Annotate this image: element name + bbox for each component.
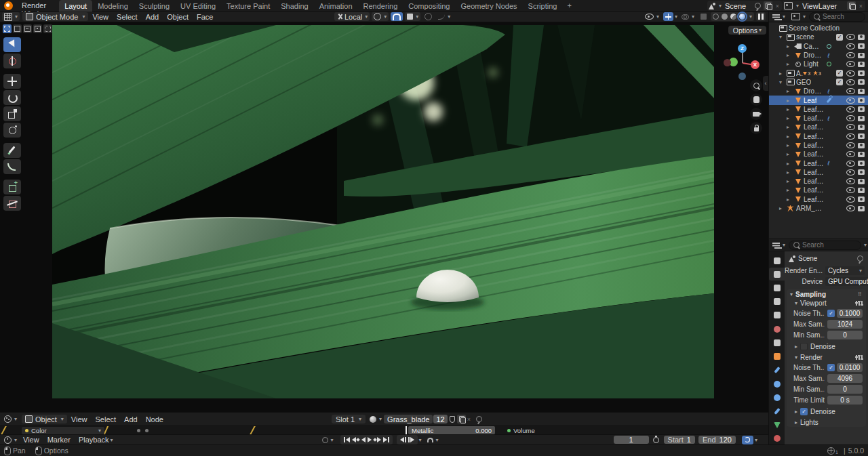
copy-scene-button[interactable] [764,1,772,10]
browse-material-button[interactable]: ▾ [368,415,384,423]
disclosure-arrow-icon[interactable]: ▸ [787,88,793,94]
hook-modifier-icon[interactable]: ℓ [828,52,830,59]
render-visibility-icon[interactable] [858,106,865,112]
tool-add-cube[interactable] [3,180,21,194]
shader-menu-add[interactable]: Add [120,415,142,423]
workspace-tab-shading[interactable]: Shading [275,0,313,12]
time-limit-value[interactable]: 0 s [827,396,863,405]
x-axis-ball[interactable]: X [751,60,760,69]
visibility-eye-icon[interactable] [846,115,855,121]
solid-shading-button[interactable] [722,14,728,20]
outliner-row-scene[interactable]: ▾scene✓ [769,33,868,41]
copy-material-button[interactable] [457,415,466,423]
properties-tab-constraints[interactable] [769,405,785,417]
render-visibility-icon[interactable] [858,196,865,202]
shader-editor-type[interactable]: ▾ [2,415,19,423]
material-name-field[interactable]: Grass_blade [384,415,433,423]
snap-target-dropdown[interactable]: ▾ [405,12,420,21]
orientation-dropdown[interactable]: Local ▾ [334,12,370,21]
viewport-menu-select[interactable]: Select [113,13,142,21]
keying-set[interactable]: ▾ [427,437,439,443]
render-noise-checkbox[interactable]: ✓ [827,364,835,371]
outliner-row-scene collection[interactable]: Scene Collection [769,24,868,33]
wireframe-shading-button[interactable] [713,14,719,20]
properties-tab-world[interactable] [769,323,785,335]
playback-sync-button[interactable] [742,436,753,444]
overlays-toggle[interactable]: ▾ [679,12,696,21]
prev-keyframe-button[interactable] [352,437,359,442]
select-mode-extend[interactable] [13,24,22,33]
gizmos-toggle[interactable] [663,12,673,21]
viewport-menu-add[interactable]: Add [142,13,163,21]
collection-checkbox[interactable]: ✓ [836,70,843,77]
tool-annotate[interactable] [3,143,21,158]
outliner-row-leaf_b-003[interactable]: ▸Leaf_B.003 [769,141,868,150]
outliner-row-leaf_c-004[interactable]: ▸Leaf_C.004 [769,195,868,204]
disclosure-arrow-icon[interactable]: ▸ [787,187,793,193]
stopwatch-icon[interactable] [653,437,659,443]
outliner-row-leaf_c-002[interactable]: ▸Leaf_C.002 [769,177,868,186]
noise-threshold-checkbox[interactable]: ✓ [827,310,835,317]
outliner-row-leaf-003[interactable]: ▸Leaf.003 [769,105,868,114]
visibility-eye-icon[interactable] [846,70,855,77]
tool-cube-cut[interactable] [3,196,21,211]
sidebar-toggle[interactable]: ‹ [763,76,768,91]
viewlayer-name[interactable]: ViewLayer [801,2,845,10]
viewport-menu-face[interactable]: Face [193,13,217,21]
outliner-row-leaf_b-002[interactable]: ▸Leaf_B.002 [769,132,868,141]
render-visibility-icon[interactable] [858,79,865,85]
preset-icon[interactable] [855,300,863,306]
disclosure-arrow-icon[interactable]: ▸ [787,61,793,67]
color-node-fragment[interactable]: Color ▾ [22,427,104,434]
network-icon[interactable] [827,447,835,455]
pin-icon[interactable] [476,416,482,422]
visibility-eye-icon[interactable] [846,142,855,148]
outliner-filter-dropdown[interactable]: ▾ [789,12,808,21]
outliner-search-input[interactable] [823,13,861,20]
visibility-dropdown[interactable]: ▾ [643,12,661,21]
tool-transform[interactable] [3,123,21,138]
collection-checkbox[interactable]: ✓ [836,79,843,85]
select-mode-set[interactable] [3,24,12,33]
max-samples-value[interactable]: 1024 [827,320,863,329]
render-visibility-icon[interactable] [858,53,865,58]
workspace-tab-modeling[interactable]: Modeling [92,0,134,12]
properties-tab-view-layer[interactable] [769,295,785,308]
outliner-row-arm_droplet[interactable]: ▸ARM_droplet [769,204,868,213]
render-visibility-icon[interactable] [858,35,865,40]
close-icon[interactable]: × [774,3,781,9]
constraint-icon[interactable] [827,44,831,49]
tool-move[interactable] [3,74,21,89]
select-mode-intersect[interactable] [43,24,52,33]
workspace-tab-sculpting[interactable]: Sculpting [134,0,175,12]
chevron-down-icon[interactable]: ▾ [755,437,757,443]
disclosure-arrow-icon[interactable]: ▾ [779,34,786,40]
scene-selector[interactable]: ▾ Scene × [707,1,782,11]
render-visibility-icon[interactable] [858,188,865,193]
render-max-samples-value[interactable]: 4096 [827,374,863,383]
viewlayer-selector[interactable]: ▾ ViewLayer × [783,1,865,11]
workspace-tab-scripting[interactable]: Scripting [523,0,563,12]
viewport-3d[interactable]: Options ▾ Z X ‹ [0,22,768,412]
visibility-eye-icon[interactable] [846,124,855,130]
rendered-scene[interactable] [52,25,714,398]
xray-toggle[interactable] [698,12,709,21]
disclosure-arrow-icon[interactable]: ▸ [787,178,793,184]
metallic-slider[interactable]: Metallic 0.000 [408,426,495,434]
visibility-eye-icon[interactable] [846,133,855,140]
properties-tab-render[interactable] [769,268,785,281]
render-visibility-icon[interactable] [858,62,865,67]
visibility-eye-icon[interactable] [846,169,855,175]
fake-user-icon[interactable] [450,416,455,423]
node-graph[interactable]: Color ▾ Metallic 0.000 Volume [0,426,768,435]
copy-viewlayer-button[interactable] [847,1,856,10]
visibility-eye-icon[interactable] [846,34,855,40]
render-visibility-icon[interactable] [858,43,865,49]
outliner-search[interactable] [809,12,865,22]
viewport-menu-object[interactable]: Object [163,13,193,21]
noise-threshold-value[interactable]: 0.1000 [837,309,863,318]
properties-search-input[interactable] [802,241,856,249]
render-engine-dropdown[interactable]: Cycles ▾ [825,266,865,275]
properties-tab-collection[interactable] [769,336,785,349]
outliner-row-geo[interactable]: ▾GEO✓ [769,78,868,87]
